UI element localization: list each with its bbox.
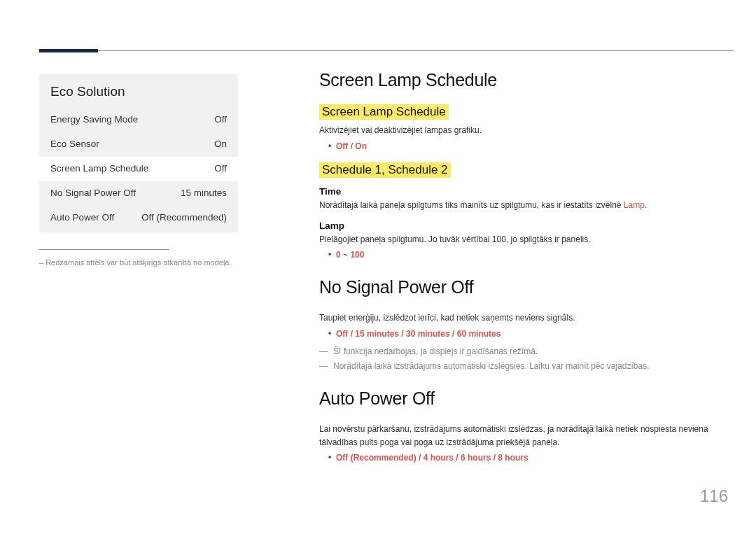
menu-item-label: Auto Power Off [50,211,114,225]
menu-item-screen-lamp[interactable]: Screen Lamp Schedule Off [39,157,238,181]
top-divider [39,50,734,51]
menu-item-energy-saving[interactable]: Energy Saving Mode Off [39,108,238,132]
subsection-screen-lamp-schedule: Screen Lamp Schedule Aktivizējiet vai de… [319,104,722,153]
sidebar-note: – Redzamais attēls var būt atšķirīgs atk… [39,257,238,269]
desc-time: Norādītajā laikā paneļa spilgtums tiks m… [319,199,722,212]
desc-no-signal: Taupiet enerģiju, izslēdzot ierīci, kad … [319,311,722,325]
heading-auto-power: Auto Power Off [319,388,722,409]
desc-activate: Aktivizējiet vai deaktivizējiet lampas g… [319,124,722,137]
menu-item-value: Off [214,162,227,176]
menu-item-label: Energy Saving Mode [50,113,138,127]
sidebar: Eco Solution Energy Saving Mode Off Eco … [39,74,238,269]
subheading-screen-lamp: Screen Lamp Schedule [319,104,449,120]
section-auto-power: Auto Power Off Lai novērstu pārkaršanu, … [319,388,722,465]
menu-item-value: 15 minutes [181,187,227,200]
menu-item-auto-power-off[interactable]: Auto Power Off Off (Recommended) [39,206,238,230]
range-lamp: 0 ~ 100 [319,248,722,262]
subsection-schedule: Schedule 1, Schedule 2 Time Norādītajā l… [319,162,722,262]
heading-screen-lamp: Screen Lamp Schedule [319,70,722,90]
desc-auto-power: Lai novērstu pārkaršanu, izstrādājums au… [319,423,722,449]
menu-item-no-signal[interactable]: No Signal Power Off 15 minutes [39,181,238,206]
options-auto-power: Off (Recommended) / 4 hours / 6 hours / … [319,451,722,465]
menu-item-label: Screen Lamp Schedule [50,162,148,176]
options-off-on: Off / On [319,140,722,153]
menu-item-eco-sensor[interactable]: Eco Sensor On [39,132,238,157]
note-standby: Šī funkcija nedarbojas, ja displejs ir g… [319,344,722,358]
menu-item-value: Off [214,113,227,127]
sidebar-divider [39,249,169,250]
subheading-schedule: Schedule 1, Schedule 2 [319,162,451,178]
heading-no-signal: No Signal Power Off [319,277,722,297]
section-screen-lamp: Screen Lamp Schedule Screen Lamp Schedul… [319,70,722,262]
desc-lamp: Pielāgojiet paneļa spilgtumu. Jo tuvāk v… [319,233,722,246]
heading-time: Time [319,186,722,197]
menu-item-value: On [214,138,227,151]
section-no-signal: No Signal Power Off Taupiet enerģiju, iz… [319,277,722,373]
menu-item-value: Off (Recommended) [141,211,227,225]
menu-item-label: Eco Sensor [50,138,99,151]
page-number: 116 [700,486,728,506]
options-no-signal: Off / 15 minutes / 30 minutes / 60 minut… [319,328,722,341]
header-accent-bar [39,49,98,52]
heading-lamp: Lamp [319,220,722,231]
menu-title: Eco Solution [39,74,238,108]
note-auto-off: Norādītajā laikā izstrādājums automātisk… [319,359,722,373]
menu-box: Eco Solution Energy Saving Mode Off Eco … [39,74,238,232]
content-area: Screen Lamp Schedule Screen Lamp Schedul… [319,70,722,480]
menu-item-label: No Signal Power Off [50,187,136,200]
